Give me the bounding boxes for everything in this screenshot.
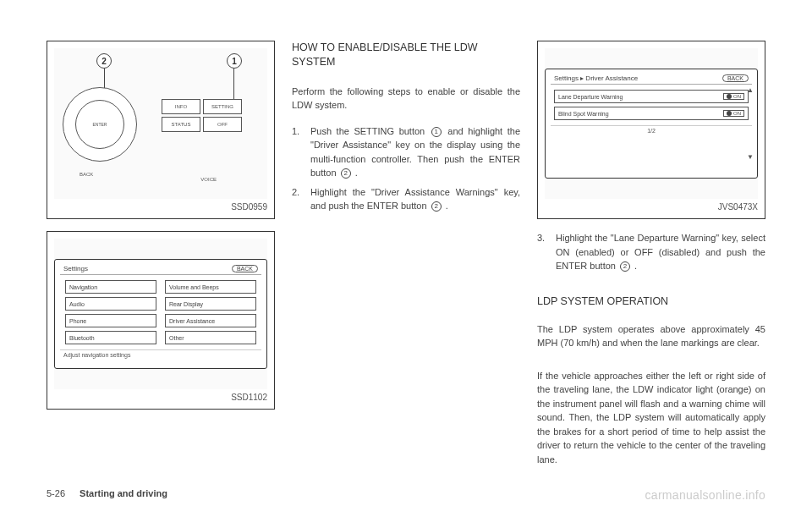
row-label: Lane Departure Warning (558, 94, 623, 100)
step3-text-b: . (634, 261, 637, 271)
figure-label-3: JVS0473X (545, 202, 758, 212)
btn-off: OFF (203, 117, 242, 132)
controller-dial: ENTER (63, 87, 137, 162)
circled-2-icon: 2 (431, 201, 442, 212)
watermark: carmanualsonline.info (645, 488, 766, 502)
ldp-p2: If the vehicle approaches either the lef… (537, 369, 765, 467)
back-label: BACK (80, 172, 93, 177)
step2-text-a: Highlight the "Driver Assistance Warning… (310, 187, 520, 212)
opt-driver-assistance: Driver Assistance (165, 314, 256, 327)
btn-info: INFO (162, 99, 200, 114)
voice-label: VOICE (200, 177, 217, 182)
section-title: Starting and driving (80, 488, 167, 498)
step3-text-a: Highlight the "Lane Departure Warning" k… (556, 233, 765, 271)
page-indicator: 1/2 (551, 125, 752, 135)
btn-setting: SETTING (203, 99, 242, 114)
figure-console: 2 1 ENTER INFO SETTING STATUS OFF BACK V… (47, 41, 275, 219)
back-pill: BACK (722, 74, 749, 82)
opt-other: Other (165, 331, 256, 344)
figure-label-1: SSD0959 (54, 202, 267, 212)
step-1: 1. Push the SETTING button 1 and highlig… (292, 124, 520, 180)
step-3: 3. Highlight the "Lane Departure Warning… (537, 231, 765, 273)
heading-ldp-operation: LDP SYSTEM OPERATION (537, 295, 765, 307)
figure-driver-assistance: Settings ▸ Driver Assistance BACK Lane D… (537, 41, 765, 219)
figure-label-2: SSD1102 (54, 393, 267, 402)
btn-status: STATUS (162, 117, 200, 132)
heading-enable-disable: HOW TO ENABLE/DISABLE THE LDW SYSTEM (292, 41, 520, 69)
toggle-on: ON (723, 93, 744, 100)
opt-navigation: Navigation (65, 280, 156, 294)
console-illustration: 2 1 ENTER INFO SETTING STATUS OFF BACK V… (54, 48, 267, 199)
opt-phone: Phone (65, 314, 156, 327)
figure-settings: Settings BACK Navigation Volume and Beep… (47, 231, 275, 410)
step1-text-a: Push the SETTING button (310, 126, 425, 136)
row-label: Blind Spot Warning (558, 111, 609, 117)
page-number: 5-26 (47, 488, 65, 498)
settings-title: Settings (63, 265, 88, 272)
step2-num: 2. (292, 185, 304, 213)
opt-bluetooth: Bluetooth (65, 331, 156, 344)
step1-text-c: . (355, 168, 358, 178)
step-2: 2. Highlight the "Driver Assistance Warn… (292, 185, 520, 213)
row-blind-spot: Blind Spot Warning ON (554, 107, 749, 120)
row-lane-departure: Lane Departure Warning ON (554, 90, 749, 103)
scroll-arrows: ▲ ▼ (745, 86, 755, 161)
opt-audio: Audio (65, 297, 156, 311)
ldp-p1: The LDP system operates above approximat… (537, 322, 765, 350)
driver-assistance-screen: Settings ▸ Driver Assistance BACK Lane D… (545, 69, 758, 179)
chevron-up-icon: ▲ (747, 86, 754, 94)
circled-2-icon: 2 (341, 168, 351, 179)
callout-1: 1 (227, 53, 242, 69)
crumb: Settings ▸ Driver Assistance (554, 74, 638, 82)
settings-hint: Adjust navigation settings (60, 349, 261, 360)
callout-2: 2 (96, 53, 112, 69)
settings-screen: Settings BACK Navigation Volume and Beep… (54, 259, 267, 369)
toggle-on: ON (723, 110, 744, 117)
opt-volume: Volume and Beeps (165, 280, 256, 294)
intro-text: Perform the following steps to enable or… (292, 85, 520, 113)
page-footer: 5-26 Starting and driving (47, 488, 167, 498)
back-pill: BACK (232, 265, 258, 272)
console-buttons: INFO SETTING STATUS OFF (162, 99, 242, 132)
step1-num: 1. (292, 124, 304, 180)
step2-text-b: . (446, 201, 448, 211)
enter-label: ENTER (75, 100, 124, 149)
leadline-1 (233, 69, 234, 102)
circled-2-icon: 2 (620, 261, 630, 272)
opt-rear: Rear Display (165, 297, 256, 311)
step3-num: 3. (537, 231, 549, 273)
circled-1-icon: 1 (431, 127, 442, 137)
chevron-down-icon: ▼ (747, 153, 754, 161)
